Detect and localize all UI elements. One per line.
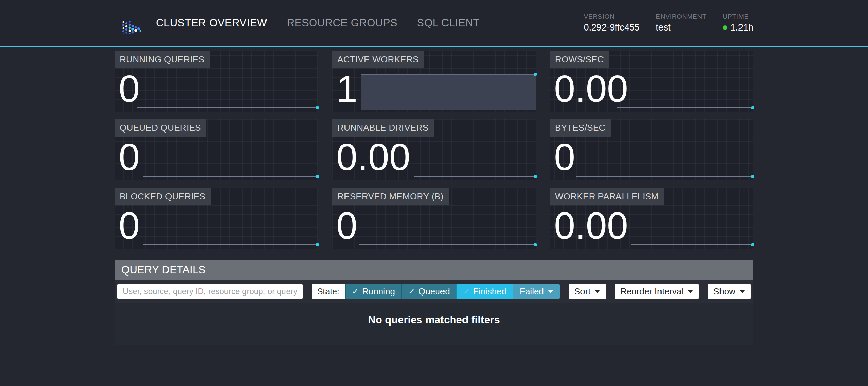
stat-label: WORKER PARALLELISM [550,188,664,205]
stat-value: 0.00 [554,207,628,245]
sparkline-dot-icon [534,175,537,178]
state-filter-running[interactable]: ✓ Running [345,284,401,299]
sort-button-label: Sort [574,286,591,297]
query-details-panel: QUERY DETAILS State: ✓ Running ✓ Queued … [115,260,753,345]
sparkline [414,176,536,177]
stat-value: 0 [119,70,140,108]
show-button[interactable]: Show [708,284,751,299]
app-header: CLUSTER OVERVIEW RESOURCE GROUPS SQL CLI… [0,0,868,47]
state-filter-label: State: [312,284,345,299]
stat-tile-runnable-drivers: RUNNABLE DRIVERS 0.00 [332,119,536,180]
environment-value: test [656,22,706,33]
sparkline-dot-icon [534,73,537,76]
stat-label: RESERVED MEMORY (B) [332,188,449,205]
reorder-interval-button-label: Reorder Interval [620,286,684,297]
stat-value: 0.00 [554,70,628,108]
stat-tile-rows-sec: ROWS/SEC 0.00 [550,51,753,112]
chevron-down-icon [688,290,693,293]
stat-tile-active-workers: ACTIVE WORKERS 1 [332,51,536,112]
query-list-area: No queries matched filters [115,303,753,345]
state-filter-failed[interactable]: Failed [513,284,560,299]
sparkline-dot-icon [751,175,754,178]
sparkline-dot-icon [751,106,754,109]
stat-tile-blocked-queries: BLOCKED QUERIES 0 [115,188,318,249]
stat-tile-worker-parallelism: WORKER PARALLELISM 0.00 [550,188,753,249]
state-filter-finished-label: Finished [473,286,507,297]
sparkline-dot-icon [316,106,319,109]
chevron-down-icon [739,290,745,293]
stat-label: BYTES/SEC [550,119,611,137]
sparkline [359,244,536,245]
sparkline [617,107,753,108]
state-filter-group: State: ✓ Running ✓ Queued ✓ Finished Fai… [312,284,560,299]
sparkline-dot-icon [751,243,754,246]
stats-grid: RUNNING QUERIES 0 ACTIVE WORKERS 1 ROWS/… [115,51,753,249]
uptime-label: UPTIME [723,13,753,20]
stat-value: 1 [336,70,357,108]
uptime-value-wrap: 1.21h [723,22,753,33]
state-filter-failed-label: Failed [520,286,544,297]
check-icon: ✓ [408,287,415,296]
state-filter-running-label: Running [362,286,395,297]
stat-label: ROWS/SEC [550,51,609,68]
stat-tile-reserved-memory: RESERVED MEMORY (B) 0 [332,188,536,249]
stat-value: 0 [554,138,575,176]
version-label: VERSION [584,13,640,20]
sparkline-dot-icon [316,243,319,246]
stat-label: RUNNABLE DRIVERS [332,119,434,137]
stat-tile-running-queries: RUNNING QUERIES 0 [115,51,318,112]
chevron-down-icon [595,290,600,293]
sparkline-dot-icon [316,175,319,178]
stat-tile-bytes-sec: BYTES/SEC 0 [550,119,753,180]
empty-state-message: No queries matched filters [368,314,500,345]
query-filter-toolbar: State: ✓ Running ✓ Queued ✓ Finished Fai… [115,280,753,303]
stat-label: QUEUED QUERIES [115,119,206,137]
reorder-interval-button[interactable]: Reorder Interval [615,284,699,299]
version-info: VERSION 0.292-9ffc455 [584,13,640,33]
environment-info: ENVIRONMENT test [656,13,706,33]
sparkline [143,176,318,177]
state-filter-queued-label: Queued [418,286,450,297]
chevron-down-icon [548,290,553,293]
main-nav: CLUSTER OVERVIEW RESOURCE GROUPS SQL CLI… [156,17,499,29]
stat-label: RUNNING QUERIES [115,51,210,68]
sparkline [631,244,753,245]
stat-value: 0.00 [336,138,410,176]
show-button-label: Show [713,286,735,297]
check-icon: ✓ [352,287,359,296]
sparkline-area [361,74,536,110]
state-filter-queued[interactable]: ✓ Queued [401,284,456,299]
check-icon: ✓ [463,287,470,296]
cluster-info: VERSION 0.292-9ffc455 ENVIRONMENT test U… [568,13,753,33]
sort-button[interactable]: Sort [569,284,606,299]
sparkline [137,107,318,108]
sparkline [576,176,753,177]
stat-tile-queued-queries: QUEUED QUERIES 0 [115,119,318,180]
uptime-info: UPTIME 1.21h [723,13,753,33]
stat-label: BLOCKED QUERIES [115,188,211,205]
query-search-input[interactable] [117,284,303,299]
sparkline [143,244,318,245]
stat-value: 0 [119,138,140,176]
nav-cluster-overview[interactable]: CLUSTER OVERVIEW [156,17,267,29]
presto-logo-icon [121,12,143,34]
uptime-status-icon [723,25,727,30]
state-filter-finished[interactable]: ✓ Finished [456,284,513,299]
stat-value: 0 [119,207,140,245]
stat-value: 0 [336,207,357,245]
environment-label: ENVIRONMENT [656,13,706,20]
query-details-title: QUERY DETAILS [115,260,753,280]
stat-label: ACTIVE WORKERS [332,51,424,68]
uptime-value: 1.21h [730,22,753,33]
version-value: 0.292-9ffc455 [584,22,640,33]
nav-resource-groups[interactable]: RESOURCE GROUPS [287,17,397,29]
nav-sql-client[interactable]: SQL CLIENT [417,17,480,29]
sparkline-dot-icon [534,243,537,246]
